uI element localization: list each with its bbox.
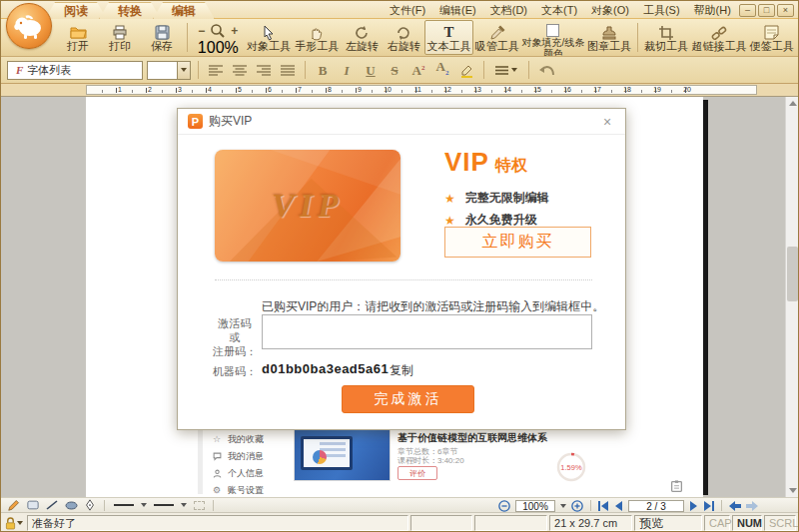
crop-tool-button[interactable]: 裁切工具 bbox=[642, 20, 690, 55]
rotate-right-button[interactable]: 右旋转 bbox=[383, 20, 424, 55]
menu-item[interactable]: 帮助(H) bbox=[689, 2, 736, 19]
stamp-tool-button[interactable]: 图章工具 bbox=[585, 20, 633, 55]
underline-button[interactable]: U bbox=[361, 60, 381, 80]
dialog-title-bar[interactable]: P 购买VIP × bbox=[178, 109, 625, 135]
zoom-in-icon[interactable]: + bbox=[231, 25, 238, 37]
line-style-dropdown[interactable] bbox=[491, 60, 521, 80]
line-width-dropdown[interactable] bbox=[112, 499, 136, 511]
line-dash-caret-icon[interactable] bbox=[181, 503, 187, 507]
ruler-tick: 10 bbox=[357, 86, 387, 94]
print-button[interactable]: 打印 bbox=[99, 20, 141, 55]
subscript-button[interactable]: A2 bbox=[432, 60, 452, 80]
link-icon bbox=[710, 24, 728, 41]
course-card: 基于价值链模型的互联网思维体系 章节总数：6章节 课程时长：3:40:20 评价… bbox=[286, 425, 695, 488]
highlight-button[interactable] bbox=[456, 60, 476, 80]
open-folder-icon bbox=[69, 24, 87, 41]
format-toolbar: F 字体列表 B I U S A2 A2 bbox=[1, 57, 798, 84]
font-size-dropdown-icon[interactable] bbox=[177, 62, 190, 79]
buy-vip-dialog: P 购买VIP × VIP VIP 特权 ★ 完整无限制编辑 bbox=[177, 108, 626, 430]
ruler-tick: 15 bbox=[506, 86, 536, 94]
copy-machine-code-link[interactable]: 复制 bbox=[390, 362, 413, 379]
next-page-button[interactable] bbox=[689, 501, 698, 511]
open-button[interactable]: 打开 bbox=[57, 20, 99, 55]
lock-caret-icon[interactable] bbox=[17, 521, 23, 525]
text-tool-button[interactable]: T 文本工具 bbox=[424, 20, 472, 55]
page-indicator[interactable]: 2 / 3 bbox=[628, 500, 684, 512]
menu-bar: 文件(F)编辑(E)文档(D)文本(T)对象(O)工具(S)帮助(H) bbox=[385, 1, 736, 19]
scroll-down-arrow[interactable] bbox=[786, 484, 799, 497]
rotate-right-icon bbox=[395, 24, 412, 41]
line-width-caret-icon[interactable] bbox=[141, 503, 147, 507]
star-icon: ☆ bbox=[213, 434, 223, 444]
note-tool-button[interactable]: 便签工具 bbox=[748, 20, 796, 55]
zoom-out-button[interactable] bbox=[498, 500, 510, 512]
minimize-button[interactable]: – bbox=[739, 4, 756, 17]
align-justify-button[interactable] bbox=[278, 60, 298, 80]
zoom-in-button[interactable] bbox=[571, 500, 583, 512]
ellipse-tool-icon[interactable] bbox=[64, 499, 78, 511]
align-left-button[interactable] bbox=[206, 60, 226, 80]
menu-item[interactable]: 文档(D) bbox=[485, 2, 532, 19]
menu-item[interactable]: 编辑(E) bbox=[434, 2, 481, 19]
last-page-button[interactable] bbox=[703, 501, 714, 511]
activation-code-input[interactable] bbox=[262, 314, 592, 349]
first-page-button[interactable] bbox=[598, 501, 609, 511]
ribbon-tab[interactable]: 编辑 bbox=[153, 2, 215, 19]
rectangle-tool-icon[interactable] bbox=[26, 499, 40, 511]
lock-control[interactable] bbox=[3, 517, 25, 530]
bold-button[interactable]: B bbox=[313, 60, 333, 80]
course-title: 基于价值链模型的互联网思维体系 bbox=[398, 431, 547, 445]
ribbon-tab[interactable]: 转换 bbox=[99, 2, 161, 19]
menu-item[interactable]: 文本(T) bbox=[536, 2, 582, 19]
pencil-tool-icon[interactable] bbox=[7, 499, 21, 511]
ruler-tick: 5 bbox=[207, 86, 237, 94]
vertical-scrollbar[interactable] bbox=[785, 97, 798, 497]
close-button[interactable]: × bbox=[777, 4, 794, 17]
ribbon-tabs: 阅读转换编辑 bbox=[45, 2, 207, 19]
course-duration: 课程时长：3:40:20 bbox=[398, 455, 464, 466]
rotate-left-button[interactable]: 左旋转 bbox=[341, 20, 383, 55]
zoom-caret-icon[interactable] bbox=[560, 504, 566, 508]
ribbon-tab[interactable]: 阅读 bbox=[45, 2, 107, 19]
fill-color-tool-button[interactable]: 对象填充/线条 颜色 bbox=[521, 20, 585, 55]
vip-card-image: VIP bbox=[215, 150, 400, 262]
font-size-combobox[interactable] bbox=[147, 61, 191, 80]
maximize-button[interactable]: □ bbox=[758, 4, 775, 17]
menu-item[interactable]: 工具(S) bbox=[638, 2, 685, 19]
italic-button[interactable]: I bbox=[337, 60, 357, 80]
app-p-logo-icon: P bbox=[188, 114, 203, 129]
line-dash-dropdown[interactable] bbox=[152, 499, 176, 511]
menu-item[interactable]: 对象(O) bbox=[586, 2, 634, 19]
pen-tool-icon[interactable] bbox=[83, 499, 97, 511]
scroll-up-arrow[interactable] bbox=[786, 97, 799, 110]
align-right-button[interactable] bbox=[254, 60, 274, 80]
object-tool-button[interactable]: 对象工具 bbox=[245, 20, 293, 55]
menu-item[interactable]: 文件(F) bbox=[385, 2, 430, 19]
line-tool-icon[interactable] bbox=[45, 499, 59, 511]
save-button[interactable]: 保存 bbox=[141, 20, 183, 55]
zoom-out-icon[interactable]: − bbox=[198, 25, 205, 37]
hand-tool-button[interactable]: 手形工具 bbox=[293, 20, 341, 55]
dialog-close-icon[interactable]: × bbox=[599, 114, 615, 130]
complete-activation-button[interactable]: 完成激活 bbox=[342, 385, 474, 413]
ruler-tick: 8 bbox=[297, 86, 327, 94]
zoom-level-box[interactable]: 100% bbox=[515, 500, 555, 512]
scrollbar-thumb[interactable] bbox=[787, 247, 798, 301]
ruler-tick: 14 bbox=[476, 86, 506, 94]
font-family-combobox[interactable]: F 字体列表 bbox=[7, 61, 143, 80]
strikethrough-button[interactable]: S bbox=[385, 60, 404, 80]
page-size-indicator: 21 x 29.7 cm bbox=[549, 515, 632, 531]
num-lock-indicator: NUM bbox=[732, 515, 762, 531]
hyperlink-tool-button[interactable]: 超链接工具 bbox=[690, 20, 747, 55]
feedback-widget-icon bbox=[670, 480, 686, 494]
eyedropper-tool-button[interactable]: 吸管工具 bbox=[473, 20, 521, 55]
history-forward-button[interactable] bbox=[746, 501, 758, 511]
previous-page-button[interactable] bbox=[614, 501, 623, 511]
ruler-tick: 16 bbox=[536, 86, 566, 94]
buy-now-button[interactable]: 立即购买 bbox=[444, 227, 591, 258]
undo-button[interactable] bbox=[536, 60, 556, 80]
superscript-button[interactable]: A2 bbox=[408, 60, 428, 80]
align-center-button[interactable] bbox=[230, 60, 250, 80]
history-back-button[interactable] bbox=[729, 501, 741, 511]
machine-code-label: 机器码： bbox=[211, 364, 259, 379]
